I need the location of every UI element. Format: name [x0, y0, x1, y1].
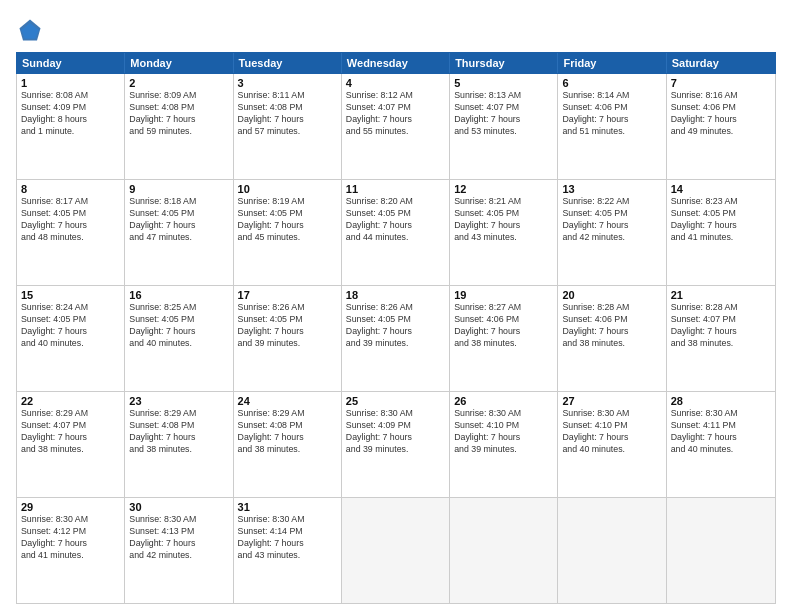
cell-info: Sunrise: 8:18 AMSunset: 4:05 PMDaylight:…: [129, 196, 228, 244]
cell-info: Sunrise: 8:29 AMSunset: 4:08 PMDaylight:…: [129, 408, 228, 456]
calendar-cell: [667, 498, 775, 603]
calendar-cell: 23Sunrise: 8:29 AMSunset: 4:08 PMDayligh…: [125, 392, 233, 497]
cell-info: Sunrise: 8:22 AMSunset: 4:05 PMDaylight:…: [562, 196, 661, 244]
cell-info: Sunrise: 8:28 AMSunset: 4:06 PMDaylight:…: [562, 302, 661, 350]
cell-info: Sunrise: 8:27 AMSunset: 4:06 PMDaylight:…: [454, 302, 553, 350]
day-number: 14: [671, 183, 771, 195]
day-number: 22: [21, 395, 120, 407]
header-day-tuesday: Tuesday: [234, 53, 342, 73]
cell-info: Sunrise: 8:14 AMSunset: 4:06 PMDaylight:…: [562, 90, 661, 138]
calendar-cell: 12Sunrise: 8:21 AMSunset: 4:05 PMDayligh…: [450, 180, 558, 285]
day-number: 21: [671, 289, 771, 301]
cell-info: Sunrise: 8:24 AMSunset: 4:05 PMDaylight:…: [21, 302, 120, 350]
calendar-week-4: 22Sunrise: 8:29 AMSunset: 4:07 PMDayligh…: [17, 392, 775, 498]
calendar-cell: 25Sunrise: 8:30 AMSunset: 4:09 PMDayligh…: [342, 392, 450, 497]
calendar-body: 1Sunrise: 8:08 AMSunset: 4:09 PMDaylight…: [16, 74, 776, 604]
day-number: 10: [238, 183, 337, 195]
day-number: 15: [21, 289, 120, 301]
cell-info: Sunrise: 8:09 AMSunset: 4:08 PMDaylight:…: [129, 90, 228, 138]
day-number: 18: [346, 289, 445, 301]
cell-info: Sunrise: 8:30 AMSunset: 4:09 PMDaylight:…: [346, 408, 445, 456]
day-number: 1: [21, 77, 120, 89]
cell-info: Sunrise: 8:23 AMSunset: 4:05 PMDaylight:…: [671, 196, 771, 244]
calendar-cell: 31Sunrise: 8:30 AMSunset: 4:14 PMDayligh…: [234, 498, 342, 603]
day-number: 28: [671, 395, 771, 407]
day-number: 20: [562, 289, 661, 301]
calendar-cell: 13Sunrise: 8:22 AMSunset: 4:05 PMDayligh…: [558, 180, 666, 285]
calendar-cell: 8Sunrise: 8:17 AMSunset: 4:05 PMDaylight…: [17, 180, 125, 285]
calendar-week-3: 15Sunrise: 8:24 AMSunset: 4:05 PMDayligh…: [17, 286, 775, 392]
day-number: 24: [238, 395, 337, 407]
cell-info: Sunrise: 8:20 AMSunset: 4:05 PMDaylight:…: [346, 196, 445, 244]
calendar-cell: 3Sunrise: 8:11 AMSunset: 4:08 PMDaylight…: [234, 74, 342, 179]
day-number: 12: [454, 183, 553, 195]
cell-info: Sunrise: 8:19 AMSunset: 4:05 PMDaylight:…: [238, 196, 337, 244]
calendar-cell: 9Sunrise: 8:18 AMSunset: 4:05 PMDaylight…: [125, 180, 233, 285]
calendar-cell: 19Sunrise: 8:27 AMSunset: 4:06 PMDayligh…: [450, 286, 558, 391]
day-number: 19: [454, 289, 553, 301]
day-number: 3: [238, 77, 337, 89]
cell-info: Sunrise: 8:30 AMSunset: 4:12 PMDaylight:…: [21, 514, 120, 562]
cell-info: Sunrise: 8:30 AMSunset: 4:13 PMDaylight:…: [129, 514, 228, 562]
header-day-wednesday: Wednesday: [342, 53, 450, 73]
cell-info: Sunrise: 8:12 AMSunset: 4:07 PMDaylight:…: [346, 90, 445, 138]
calendar-cell: 16Sunrise: 8:25 AMSunset: 4:05 PMDayligh…: [125, 286, 233, 391]
day-number: 23: [129, 395, 228, 407]
cell-info: Sunrise: 8:08 AMSunset: 4:09 PMDaylight:…: [21, 90, 120, 138]
day-number: 9: [129, 183, 228, 195]
calendar-cell: 11Sunrise: 8:20 AMSunset: 4:05 PMDayligh…: [342, 180, 450, 285]
day-number: 2: [129, 77, 228, 89]
day-number: 25: [346, 395, 445, 407]
logo-icon: [16, 16, 44, 44]
cell-info: Sunrise: 8:30 AMSunset: 4:10 PMDaylight:…: [562, 408, 661, 456]
calendar-cell: 15Sunrise: 8:24 AMSunset: 4:05 PMDayligh…: [17, 286, 125, 391]
calendar-cell: 2Sunrise: 8:09 AMSunset: 4:08 PMDaylight…: [125, 74, 233, 179]
day-number: 29: [21, 501, 120, 513]
day-number: 26: [454, 395, 553, 407]
day-number: 31: [238, 501, 337, 513]
calendar-cell: 30Sunrise: 8:30 AMSunset: 4:13 PMDayligh…: [125, 498, 233, 603]
calendar-cell: 27Sunrise: 8:30 AMSunset: 4:10 PMDayligh…: [558, 392, 666, 497]
day-number: 30: [129, 501, 228, 513]
day-number: 8: [21, 183, 120, 195]
header-day-sunday: Sunday: [17, 53, 125, 73]
day-number: 27: [562, 395, 661, 407]
day-number: 13: [562, 183, 661, 195]
cell-info: Sunrise: 8:29 AMSunset: 4:08 PMDaylight:…: [238, 408, 337, 456]
day-number: 16: [129, 289, 228, 301]
calendar-cell: 26Sunrise: 8:30 AMSunset: 4:10 PMDayligh…: [450, 392, 558, 497]
calendar-cell: [450, 498, 558, 603]
calendar-cell: 21Sunrise: 8:28 AMSunset: 4:07 PMDayligh…: [667, 286, 775, 391]
calendar-cell: [558, 498, 666, 603]
day-number: 6: [562, 77, 661, 89]
calendar-cell: 10Sunrise: 8:19 AMSunset: 4:05 PMDayligh…: [234, 180, 342, 285]
calendar-cell: 5Sunrise: 8:13 AMSunset: 4:07 PMDaylight…: [450, 74, 558, 179]
cell-info: Sunrise: 8:30 AMSunset: 4:14 PMDaylight:…: [238, 514, 337, 562]
calendar-week-1: 1Sunrise: 8:08 AMSunset: 4:09 PMDaylight…: [17, 74, 775, 180]
calendar-cell: 20Sunrise: 8:28 AMSunset: 4:06 PMDayligh…: [558, 286, 666, 391]
calendar-cell: 24Sunrise: 8:29 AMSunset: 4:08 PMDayligh…: [234, 392, 342, 497]
calendar-cell: 29Sunrise: 8:30 AMSunset: 4:12 PMDayligh…: [17, 498, 125, 603]
calendar-cell: 18Sunrise: 8:26 AMSunset: 4:05 PMDayligh…: [342, 286, 450, 391]
header-day-friday: Friday: [558, 53, 666, 73]
day-number: 11: [346, 183, 445, 195]
calendar-header: SundayMondayTuesdayWednesdayThursdayFrid…: [16, 52, 776, 74]
calendar-cell: 17Sunrise: 8:26 AMSunset: 4:05 PMDayligh…: [234, 286, 342, 391]
cell-info: Sunrise: 8:30 AMSunset: 4:11 PMDaylight:…: [671, 408, 771, 456]
calendar-cell: 14Sunrise: 8:23 AMSunset: 4:05 PMDayligh…: [667, 180, 775, 285]
header-day-thursday: Thursday: [450, 53, 558, 73]
cell-info: Sunrise: 8:26 AMSunset: 4:05 PMDaylight:…: [238, 302, 337, 350]
calendar-cell: 22Sunrise: 8:29 AMSunset: 4:07 PMDayligh…: [17, 392, 125, 497]
cell-info: Sunrise: 8:21 AMSunset: 4:05 PMDaylight:…: [454, 196, 553, 244]
header-day-saturday: Saturday: [667, 53, 775, 73]
calendar-cell: 7Sunrise: 8:16 AMSunset: 4:06 PMDaylight…: [667, 74, 775, 179]
day-number: 5: [454, 77, 553, 89]
cell-info: Sunrise: 8:29 AMSunset: 4:07 PMDaylight:…: [21, 408, 120, 456]
page: SundayMondayTuesdayWednesdayThursdayFrid…: [0, 0, 792, 612]
logo: [16, 16, 48, 44]
day-number: 7: [671, 77, 771, 89]
calendar: SundayMondayTuesdayWednesdayThursdayFrid…: [16, 52, 776, 604]
header-day-monday: Monday: [125, 53, 233, 73]
header: [16, 16, 776, 44]
cell-info: Sunrise: 8:28 AMSunset: 4:07 PMDaylight:…: [671, 302, 771, 350]
